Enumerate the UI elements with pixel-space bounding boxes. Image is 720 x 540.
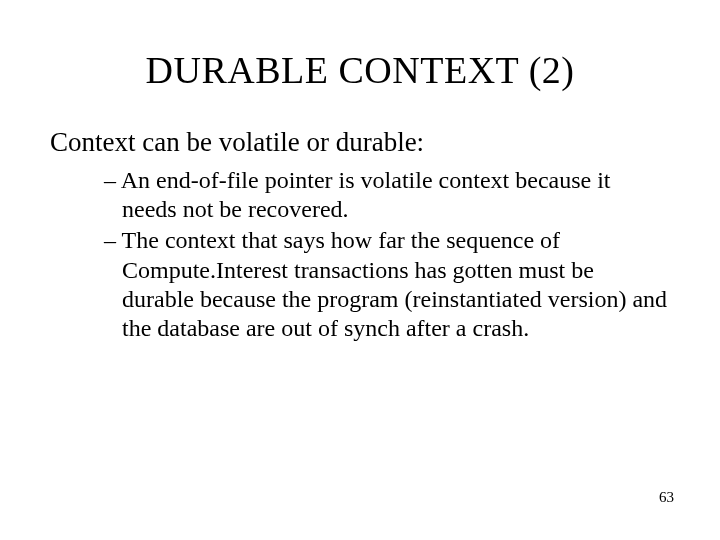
- slide: DURABLE CONTEXT (2) Context can be volat…: [0, 0, 720, 540]
- slide-title: DURABLE CONTEXT (2): [50, 48, 670, 92]
- intro-text: Context can be volatile or durable:: [50, 126, 670, 160]
- list-item: An end-of-file pointer is volatile conte…: [104, 166, 670, 225]
- page-number: 63: [659, 489, 674, 506]
- bullet-list: An end-of-file pointer is volatile conte…: [50, 166, 670, 344]
- list-item: The context that says how far the sequen…: [104, 226, 670, 343]
